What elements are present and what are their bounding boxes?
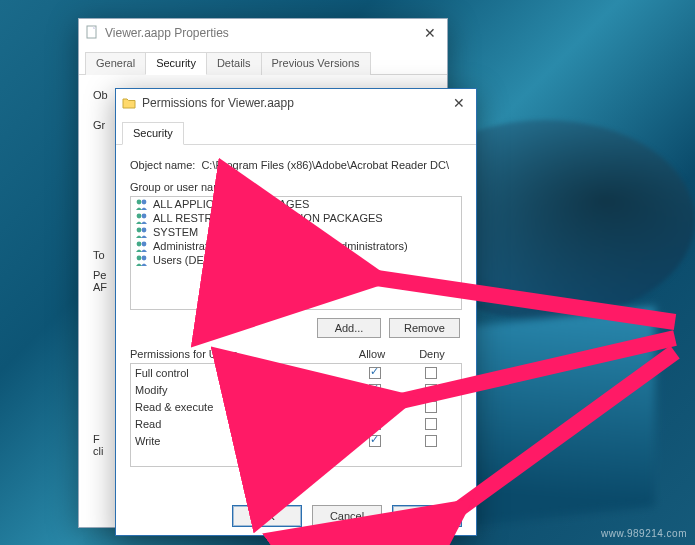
list-item-label: Administrators (DESKTOP-DUI97JC\Administ… — [153, 240, 408, 252]
folder-icon — [122, 96, 136, 110]
object-name-label: Object name: — [130, 159, 195, 171]
remove-button[interactable]: Remove — [389, 318, 460, 338]
allow-column-header: Allow — [342, 348, 402, 360]
svg-point-6 — [142, 228, 147, 233]
deny-checkbox[interactable] — [425, 435, 437, 447]
cancel-button[interactable]: Cancel — [312, 505, 382, 527]
list-item-label: ALL RESTRICTED APPLICATION PACKAGES — [153, 212, 383, 224]
permissions-for-label: Permissions for Users — [130, 348, 342, 360]
add-button[interactable]: Add... — [317, 318, 381, 338]
close-icon[interactable]: ✕ — [448, 95, 470, 111]
list-item-label: Users (DESKTOP-DUI97JC\Users) — [153, 254, 325, 266]
permission-name: Write — [135, 435, 345, 447]
properties-tabs: General Security Details Previous Versio… — [79, 49, 447, 75]
users-icon — [135, 240, 149, 252]
permission-name: Full control — [135, 367, 345, 379]
list-item-label: ALL APPLICATION PACKAGES — [153, 198, 309, 210]
table-row: Read & execute — [131, 398, 461, 415]
tab-general[interactable]: General — [85, 52, 146, 75]
apply-button[interactable]: Apply — [392, 505, 462, 527]
svg-point-5 — [137, 228, 142, 233]
svg-point-3 — [137, 214, 142, 219]
users-icon — [135, 212, 149, 224]
list-item[interactable]: Administrators (DESKTOP-DUI97JC\Administ… — [131, 239, 461, 253]
deny-checkbox[interactable] — [425, 401, 437, 413]
group-user-names-label: Group or user names: — [130, 181, 462, 193]
allow-checkbox[interactable] — [369, 435, 381, 447]
ok-button[interactable]: OK — [232, 505, 302, 527]
allow-checkbox[interactable] — [369, 401, 381, 413]
users-icon — [135, 226, 149, 238]
deny-checkbox[interactable] — [425, 418, 437, 430]
list-item[interactable]: ALL RESTRICTED APPLICATION PACKAGES — [131, 211, 461, 225]
allow-checkbox[interactable] — [369, 418, 381, 430]
deny-checkbox[interactable] — [425, 367, 437, 379]
permission-name: Modify — [135, 384, 345, 396]
permissions-tabs: Security — [116, 119, 476, 145]
tab-details[interactable]: Details — [206, 52, 262, 75]
table-row: Full control — [131, 364, 461, 381]
list-item[interactable]: Users (DESKTOP-DUI97JC\Users) — [131, 253, 461, 267]
watermark-text: www.989214.com — [601, 528, 687, 539]
list-item[interactable]: SYSTEM — [131, 225, 461, 239]
users-icon — [135, 254, 149, 266]
svg-point-2 — [142, 200, 147, 205]
table-row: Modify — [131, 381, 461, 398]
svg-point-7 — [137, 242, 142, 247]
tab-security[interactable]: Security — [122, 122, 184, 145]
allow-checkbox[interactable] — [369, 367, 381, 379]
properties-titlebar[interactable]: Viewer.aapp Properties ✕ — [79, 19, 447, 47]
users-icon — [135, 198, 149, 210]
svg-point-8 — [142, 242, 147, 247]
permission-name: Read — [135, 418, 345, 430]
svg-point-1 — [137, 200, 142, 205]
svg-point-4 — [142, 214, 147, 219]
permissions-body: Object name: C:\Program Files (x86)\Adob… — [116, 145, 476, 477]
properties-title: Viewer.aapp Properties — [105, 26, 229, 40]
svg-point-10 — [142, 256, 147, 261]
list-item[interactable]: ALL APPLICATION PACKAGES — [131, 197, 461, 211]
svg-point-9 — [137, 256, 142, 261]
permissions-titlebar[interactable]: Permissions for Viewer.aapp ✕ — [116, 89, 476, 117]
tab-security[interactable]: Security — [145, 52, 207, 75]
allow-checkbox[interactable] — [369, 384, 381, 396]
permissions-window: Permissions for Viewer.aapp ✕ Security O… — [115, 88, 477, 536]
dialog-button-row: OK Cancel Apply — [232, 505, 462, 527]
tab-previous-versions[interactable]: Previous Versions — [261, 52, 371, 75]
deny-column-header: Deny — [402, 348, 462, 360]
permissions-title: Permissions for Viewer.aapp — [142, 96, 294, 110]
table-row: Read — [131, 415, 461, 432]
permissions-table: Full controlModifyRead & executeReadWrit… — [130, 363, 462, 467]
close-icon[interactable]: ✕ — [419, 25, 441, 41]
permission-name: Read & execute — [135, 401, 345, 413]
object-name-value: C:\Program Files (x86)\Adobe\Acrobat Rea… — [201, 159, 449, 171]
list-item-label: SYSTEM — [153, 226, 198, 238]
file-icon — [85, 25, 99, 42]
group-user-names-list[interactable]: ALL APPLICATION PACKAGESALL RESTRICTED A… — [130, 196, 462, 310]
deny-checkbox[interactable] — [425, 384, 437, 396]
table-row: Write — [131, 432, 461, 449]
